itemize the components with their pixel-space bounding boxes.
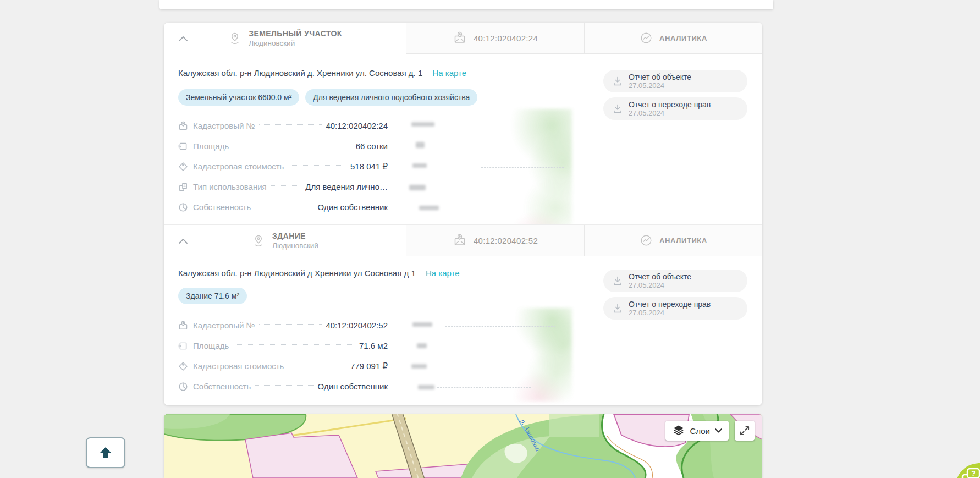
dotted-leader (255, 385, 313, 386)
chevron-down-icon (715, 428, 722, 433)
property-label: Кадастровый № (193, 321, 255, 330)
dotted-leader (233, 145, 351, 145)
cadastral-number: 40:12:020402:24 (474, 34, 538, 43)
report-date: 27.05.2024 (629, 81, 691, 90)
area-icon (178, 341, 188, 351)
property-value: Для ведения лично… (305, 182, 388, 191)
table-row: Кадастровый № 40:12:020402:24 (178, 116, 388, 136)
property-label: Площадь (193, 341, 229, 350)
tab-object-building[interactable]: ЗДАНИЕ Людиновский (164, 225, 406, 256)
object-type-title: ЗДАНИЕ (272, 232, 318, 240)
analytics-label: АНАЛИТИКА (659, 237, 707, 245)
property-value: 779 091 ₽ (350, 361, 388, 371)
cadastral-map[interactable]: р. Амшанка Слои (164, 414, 762, 478)
tab-cadastral-number[interactable]: 40:12:020402:24 (406, 23, 584, 54)
dotted-leader (259, 124, 322, 125)
chevron-up-icon (178, 35, 188, 42)
expand-icon (739, 425, 751, 437)
transfer-report-button[interactable]: Отчет о переходе прав 27.05.2024 (603, 297, 747, 320)
property-rows: Кадастровый № 40:12:020402:24 Площадь 66… (178, 116, 388, 217)
dotted-leader (255, 206, 313, 206)
property-value: 71.6 м2 (359, 341, 388, 350)
layers-label: Слои (690, 426, 710, 436)
area-icon (178, 141, 188, 151)
table-row: Площадь 66 сотки (178, 136, 388, 156)
property-value: 518 041 ₽ (350, 162, 388, 172)
property-value: Один собственник (318, 202, 388, 212)
property-label: Площадь (193, 141, 229, 151)
tabbar-land-parcel: ЗЕМЕЛЬНЫЙ УЧАСТОК Людиновский 40:12:0204… (164, 23, 762, 54)
previous-card-bottom (159, 0, 773, 9)
building-content: Калужская обл. р-н Людиновский д Хренник… (164, 256, 762, 405)
report-title: Отчет о переходе прав (629, 100, 711, 109)
tags-row: Земельный участок 6600.0 м² Для ведения … (178, 89, 477, 106)
object-report-button[interactable]: Отчет об объекте 27.05.2024 (603, 70, 747, 92)
help-chat-icon: ? (960, 467, 980, 478)
layers-button[interactable]: Слои (665, 421, 729, 441)
tab-cadastral-number[interactable]: 40:12:020402:52 (406, 225, 584, 256)
chevron-up-icon (178, 238, 188, 244)
download-icon (612, 103, 623, 114)
map-pin-icon (453, 31, 467, 45)
fullscreen-button[interactable] (735, 421, 755, 441)
cadastral-number: 40:12:020402:52 (474, 236, 538, 245)
property-value: 66 сотки (356, 141, 388, 151)
table-row: Кадастровая стоимость 779 091 ₽ (178, 356, 388, 376)
collapse-section-button[interactable] (176, 234, 190, 248)
property-value: Один собственник (318, 382, 388, 391)
land-parcel-content: Калужская обл. р-н Людиновский д. Хренни… (164, 54, 762, 224)
table-row: Площадь 71.6 м2 (178, 336, 388, 356)
layers-icon (672, 424, 685, 437)
object-district: Людиновский (272, 241, 318, 250)
report-title: Отчет о переходе прав (629, 300, 711, 309)
address-text: Калужская обл. р-н Людиновский д Хренник… (178, 268, 416, 278)
tab-analytics[interactable]: АНАЛИТИКА (584, 23, 762, 54)
back-to-top-button[interactable] (86, 437, 125, 468)
collapse-section-button[interactable] (176, 31, 190, 46)
tab-object-land-parcel[interactable]: ЗЕМЕЛЬНЫЙ УЧАСТОК Людиновский (164, 23, 406, 54)
property-rows: Кадастровый № 40:12:020402:52 Площадь 71… (178, 315, 388, 397)
price-tag-icon (178, 361, 188, 371)
report-title: Отчет об объекте (629, 272, 691, 282)
usage-tag: Для ведения личного подсобного хозяйства (305, 89, 477, 106)
property-label: Кадастровая стоимость (193, 162, 284, 171)
property-label: Тип использования (193, 182, 267, 191)
object-tag: Здание 71.6 м² (178, 288, 247, 304)
property-label: Кадастровая стоимость (193, 361, 284, 371)
property-value: 40:12:020402:52 (326, 321, 388, 330)
report-buttons: Отчет об объекте 27.05.2024 Отчет о пере… (603, 70, 747, 120)
map-pin-icon (453, 233, 467, 248)
analytics-icon (640, 234, 653, 247)
table-row: Собственность Один собственник (178, 197, 388, 217)
table-row: Собственность Один собственник (178, 376, 388, 397)
object-type-title: ЗЕМЕЛЬНЫЙ УЧАСТОК (249, 29, 342, 38)
price-tag-icon (178, 162, 188, 172)
report-title: Отчет об объекте (629, 73, 691, 82)
report-date: 27.05.2024 (629, 281, 691, 289)
download-icon (612, 276, 623, 287)
location-pin-icon (251, 234, 266, 248)
tab-analytics[interactable]: АНАЛИТИКА (584, 225, 762, 256)
object-tag: Земельный участок 6600.0 м² (178, 89, 299, 106)
transfer-report-button[interactable]: Отчет о переходе прав 27.05.2024 (603, 97, 747, 120)
report-date: 27.05.2024 (629, 309, 711, 317)
dotted-leader (271, 185, 302, 186)
property-label: Собственность (193, 202, 251, 212)
ownership-pie-icon (178, 382, 188, 392)
property-label: Кадастровый № (193, 121, 255, 130)
dotted-leader (233, 344, 355, 345)
on-map-link[interactable]: На карте (432, 68, 466, 78)
report-buttons: Отчет об объекте 27.05.2024 Отчет о пере… (603, 270, 747, 320)
report-date: 27.05.2024 (629, 109, 711, 117)
table-row: Кадастровая стоимость 518 041 ₽ (178, 156, 388, 177)
svg-text:?: ? (971, 470, 975, 477)
dotted-leader (288, 365, 346, 365)
on-map-link[interactable]: На карте (426, 268, 460, 278)
object-district: Людиновский (249, 39, 342, 47)
object-report-button[interactable]: Отчет об объекте 27.05.2024 (603, 270, 747, 292)
object-card: ЗЕМЕЛЬНЫЙ УЧАСТОК Людиновский 40:12:0204… (164, 23, 762, 405)
analytics-label: АНАЛИТИКА (659, 34, 707, 42)
ownership-pie-icon (178, 202, 188, 212)
help-chat-fab[interactable]: ? (955, 463, 980, 478)
tags-row: Здание 71.6 м² (178, 288, 247, 304)
